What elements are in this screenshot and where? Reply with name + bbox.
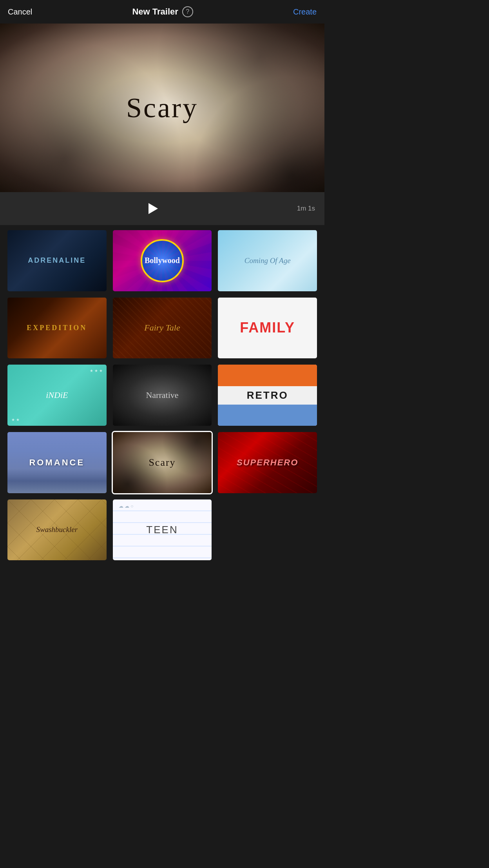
preview-title: Scary	[126, 92, 198, 124]
template-grid: ADRENALINE Bollywood Coming Of Age EXPED…	[6, 229, 318, 561]
preview-image: Scary	[0, 24, 324, 192]
controls-row: 1m 1s	[0, 192, 324, 225]
template-romance[interactable]: ROMANCE	[6, 431, 108, 494]
template-narrative[interactable]: Narrative	[112, 363, 213, 427]
bollywood-pattern	[113, 230, 212, 291]
card-label-retro: RETRO	[247, 389, 288, 401]
template-family[interactable]: FAMILY	[217, 296, 318, 360]
template-coming-of-age[interactable]: Coming Of Age	[217, 229, 318, 292]
template-fairy-tale[interactable]: Fairy Tale	[112, 296, 213, 360]
template-teen[interactable]: TEEN	[112, 498, 213, 562]
retro-blue-bar	[218, 405, 317, 426]
template-superhero[interactable]: SUPERHERO	[217, 431, 318, 494]
template-scary[interactable]: Scary	[112, 431, 213, 494]
create-button[interactable]: Create	[293, 7, 317, 16]
card-label-superhero: SUPERHERO	[237, 458, 298, 468]
card-label-coming-of-age: Coming Of Age	[244, 256, 291, 265]
card-label-scary: Scary	[149, 457, 176, 469]
grid-container: ADRENALINE Bollywood Coming Of Age EXPED…	[0, 225, 324, 573]
card-label-expedition: EXPEDITION	[27, 324, 87, 332]
card-label-fairy-tale: Fairy Tale	[144, 323, 180, 333]
page-title: New Trailer	[132, 7, 178, 17]
card-label-teen: TEEN	[146, 524, 178, 536]
cancel-button[interactable]: Cancel	[8, 7, 32, 16]
play-button[interactable]	[144, 199, 163, 218]
retro-orange-bar	[218, 365, 317, 386]
duration-text: 1m 1s	[297, 205, 315, 212]
template-bollywood[interactable]: Bollywood	[112, 229, 213, 292]
header: Cancel New Trailer ? Create	[0, 0, 324, 24]
template-indie[interactable]: iNDiE	[6, 363, 108, 427]
card-label-family: FAMILY	[240, 320, 295, 336]
card-label-adrenaline: ADRENALINE	[28, 256, 86, 265]
template-expedition[interactable]: EXPEDITION	[6, 296, 108, 360]
template-retro[interactable]: RETRO	[217, 363, 318, 427]
preview-container: Scary 1m 1s	[0, 24, 324, 225]
card-label-indie: iNDiE	[46, 390, 68, 400]
play-icon	[149, 203, 158, 214]
template-adrenaline[interactable]: ADRENALINE	[6, 229, 108, 292]
header-center: New Trailer ?	[132, 6, 193, 17]
template-swashbuckler[interactable]: Swashbuckler	[6, 498, 108, 562]
card-label-swashbuckler: Swashbuckler	[36, 525, 78, 534]
card-label-narrative: Narrative	[146, 390, 178, 400]
card-label-romance: ROMANCE	[29, 458, 85, 468]
help-button[interactable]: ?	[182, 6, 193, 17]
